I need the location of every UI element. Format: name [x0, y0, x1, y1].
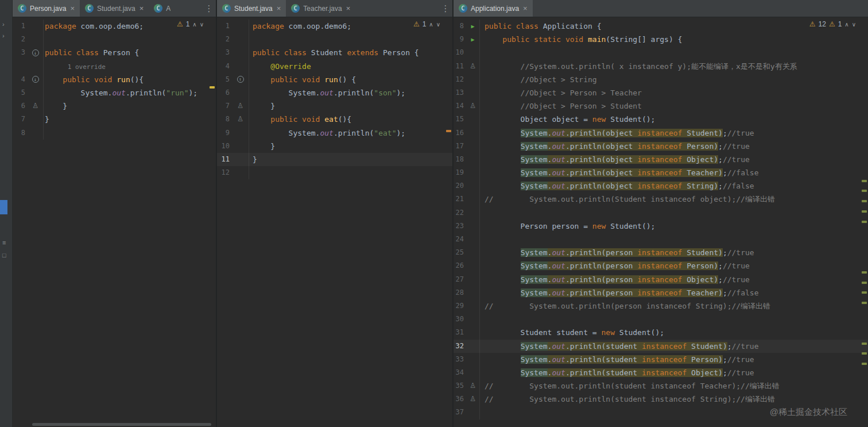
error-stripe-mark[interactable]	[862, 363, 867, 365]
gutter[interactable]: ♙	[466, 393, 480, 406]
tool-window-icon[interactable]: ≡	[2, 239, 6, 246]
gutter[interactable]	[466, 286, 480, 299]
error-stripe-mark[interactable]	[862, 200, 867, 202]
gutter-marker-icon[interactable]: ♙	[470, 379, 476, 393]
gutter[interactable]	[466, 206, 480, 220]
code-line[interactable]: 23 Person person = new Student();	[454, 220, 868, 233]
tab-close-icon[interactable]: ×	[140, 4, 144, 13]
code-line[interactable]: 12 //Object > String	[454, 73, 868, 86]
gutter[interactable]	[466, 299, 480, 313]
gutter[interactable]	[232, 140, 249, 153]
chevron-icon[interactable]: ›	[2, 21, 5, 28]
editor-person-java[interactable]: ⚠1∧∨ 1package com.oop.demo6;23↓public cl…	[13, 17, 216, 427]
more-tabs-icon[interactable]: ⋮	[439, 0, 452, 17]
error-stripe-mark[interactable]	[862, 210, 867, 213]
gutter[interactable]	[232, 126, 249, 140]
tool-window-strip[interactable]: ››≡□	[0, 0, 13, 427]
gutter[interactable]	[466, 126, 480, 140]
code-line[interactable]: 32 System.out.println(student instanceof…	[454, 340, 868, 353]
gutter[interactable]	[28, 113, 44, 126]
error-stripe-mark[interactable]	[862, 190, 867, 192]
gutter[interactable]	[466, 326, 480, 339]
prev-issue-chevron-icon[interactable]: ∧	[192, 21, 196, 28]
gutter[interactable]	[232, 60, 249, 73]
code-line[interactable]: 31 Student student = new Student();	[454, 326, 868, 339]
editor-tab[interactable]: CA	[149, 0, 170, 17]
run-icon[interactable]: ▶	[471, 33, 474, 46]
gutter[interactable]: ♙	[232, 113, 249, 126]
code-line[interactable]: 8♙ public void eat(){	[217, 113, 452, 126]
gutter[interactable]	[28, 86, 44, 99]
editor-tab[interactable]: CStudent.java×	[217, 0, 286, 17]
code-line[interactable]: 8▶public class Application {	[454, 20, 868, 33]
tab-close-icon[interactable]: ×	[346, 4, 351, 13]
gutter[interactable]	[466, 179, 480, 193]
gutter[interactable]	[466, 166, 480, 179]
gutter[interactable]	[466, 153, 480, 166]
editor-tab[interactable]: CTeacher.java×	[286, 0, 355, 17]
code-line[interactable]: 7}	[13, 113, 216, 126]
gutter-marker-icon[interactable]: ♙	[237, 113, 243, 126]
tab-close-icon[interactable]: ×	[70, 4, 75, 13]
code-line[interactable]: 28 System.out.println(person instanceof …	[454, 286, 868, 299]
gutter[interactable]	[466, 193, 480, 206]
code-line[interactable]: 6 System.out.println("son");	[217, 86, 452, 99]
gutter[interactable]	[466, 233, 480, 246]
error-stripe-mark[interactable]	[862, 343, 867, 345]
code-line[interactable]: 7♙ }	[217, 99, 452, 113]
code-line[interactable]: 10 }	[217, 140, 452, 153]
gutter[interactable]: ↓	[28, 46, 44, 59]
horizontal-scrollbar[interactable]	[32, 423, 211, 426]
gutter[interactable]	[466, 353, 480, 366]
overridden-method-icon[interactable]: ↓	[32, 76, 39, 83]
code-line[interactable]: 16 System.out.println(object instanceof …	[454, 126, 868, 140]
gutter[interactable]	[466, 366, 480, 379]
gutter[interactable]: ♙	[466, 379, 480, 393]
code-line[interactable]: 10	[454, 46, 868, 59]
inspections-widget[interactable]: ⚠1∧∨	[174, 19, 207, 29]
gutter[interactable]	[466, 73, 480, 86]
gutter[interactable]	[466, 273, 480, 286]
gutter[interactable]	[466, 340, 480, 353]
code-line[interactable]: 14♙ //Object > Person > Student	[454, 99, 868, 113]
code-area[interactable]: 1package com.oop.demo6;23public class St…	[217, 20, 452, 179]
editor-tab[interactable]: CStudent.java×	[80, 0, 149, 17]
inspections-widget[interactable]: ⚠12⚠1∧∨	[807, 19, 859, 29]
run-icon[interactable]: ▶	[471, 20, 474, 33]
gutter[interactable]	[28, 126, 44, 140]
gutter[interactable]	[466, 313, 480, 326]
gutter[interactable]: ↑	[232, 73, 249, 86]
code-line[interactable]: 22	[454, 206, 868, 220]
code-line[interactable]: 4↓ public void run(){	[13, 73, 216, 86]
code-line[interactable]: 24	[454, 233, 868, 246]
tab-close-icon[interactable]: ×	[523, 4, 528, 13]
code-line[interactable]: 35♙// System.out.println(student instanc…	[454, 379, 868, 393]
code-line[interactable]: 18 System.out.println(object instanceof …	[454, 153, 868, 166]
gutter[interactable]	[232, 20, 249, 33]
gutter[interactable]	[232, 153, 249, 166]
error-stripe-mark[interactable]	[862, 291, 867, 294]
gutter-marker-icon[interactable]: ♙	[470, 99, 476, 113]
prev-issue-chevron-icon[interactable]: ∧	[844, 21, 848, 28]
more-tabs-icon[interactable]: ⋮	[202, 0, 216, 17]
active-tool-indicator[interactable]	[0, 200, 7, 214]
gutter[interactable]: ♙	[466, 99, 480, 113]
gutter[interactable]	[466, 113, 480, 126]
gutter[interactable]	[232, 33, 249, 46]
code-line[interactable]: 25 System.out.println(person instanceof …	[454, 246, 868, 259]
code-line[interactable]: 36♙// System.out.println(student instanc…	[454, 393, 868, 406]
error-stripe-mark[interactable]	[446, 130, 451, 132]
code-line[interactable]: 21// System.out.println(Student instance…	[454, 193, 868, 206]
code-line[interactable]: 2	[217, 33, 452, 46]
code-line[interactable]: 34 System.out.println(student instanceof…	[454, 366, 868, 379]
code-line[interactable]: 5↑ public void run() {	[217, 73, 452, 86]
gutter[interactable]: ♙	[232, 99, 249, 113]
error-stripe-mark[interactable]	[862, 302, 867, 304]
code-line[interactable]: 6♙ }	[13, 99, 216, 113]
code-line[interactable]: 11♙ //System.out.println( x instanceof y…	[454, 60, 868, 73]
tool-window-icon[interactable]: □	[2, 252, 6, 259]
gutter-marker-icon[interactable]: ♙	[32, 99, 38, 113]
code-line[interactable]: 8	[13, 126, 216, 140]
error-stripe[interactable]	[208, 17, 216, 427]
next-issue-chevron-icon[interactable]: ∨	[852, 21, 856, 28]
